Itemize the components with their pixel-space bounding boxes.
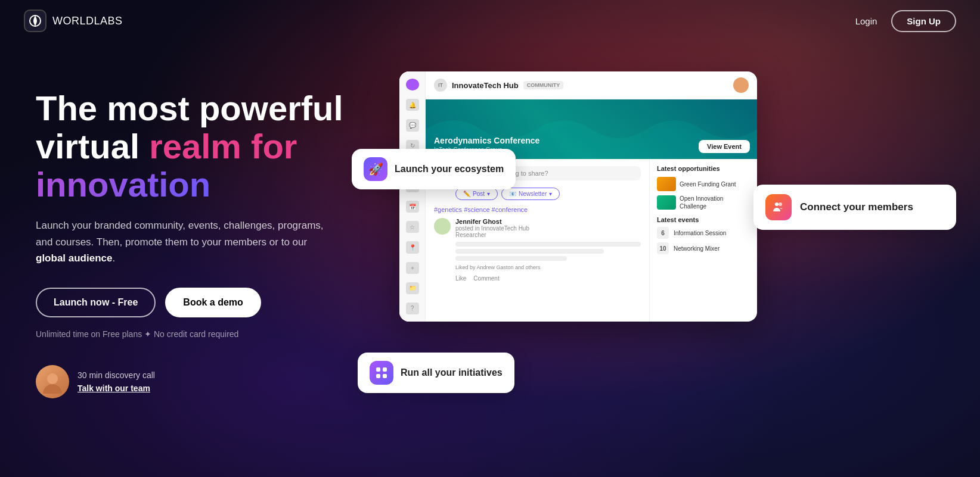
hero-cta-small: 30 min discovery call Talk with our team — [36, 365, 370, 398]
newsletter-button[interactable]: 📧 Newsletter ▾ — [501, 188, 560, 200]
badge-launch-label: Launch your ecosystem — [395, 164, 504, 174]
event-banner: Aerodynamics Conference InTech Conferenc… — [426, 99, 757, 159]
heading-accent-realm: realm — [149, 127, 251, 166]
opp-title: Latest opportunities — [657, 165, 750, 172]
logo-icon — [24, 10, 46, 32]
heading-line1: The most powerful — [36, 89, 343, 127]
sidebar-icon-star: ☆ — [406, 221, 419, 233]
feed-meta: posted in InnovateTech Hub — [455, 225, 641, 232]
liked-row: Liked by Andrew Gaston and others — [455, 264, 641, 270]
grid-icon — [370, 361, 393, 385]
app-card: 🔔 💬 ↻ ⊞ 🔍 📅 ☆ 📍 ＋ 📁 ? IT InnovateTech Hu… — [399, 71, 757, 322]
sidebar-icon-location: 📍 — [406, 241, 419, 253]
login-button[interactable]: Login — [855, 16, 877, 26]
hero-buttons: Launch now - Free Book a demo — [36, 288, 370, 317]
sidebar-icon-folder: 📁 — [406, 282, 419, 294]
cta-discovery-line: 30 min discovery call — [77, 369, 155, 382]
heading-accent-for: for — [251, 127, 297, 166]
cta-team-link[interactable]: Talk with our team — [77, 384, 150, 393]
sidebar-icon-plus: ＋ — [406, 262, 419, 274]
svg-point-1 — [43, 384, 62, 394]
event-item-1: 6 Information Session — [657, 227, 750, 239]
event-info: Aerodynamics Conference InTech Conferenc… — [434, 136, 539, 153]
main-content: The most powerful virtual realm for inno… — [0, 42, 980, 453]
rocket-icon: 🚀 — [364, 157, 387, 181]
hashtags: #genetics #science #conference — [434, 206, 641, 213]
svg-point-8 — [779, 202, 782, 206]
like-action[interactable]: Like — [455, 275, 466, 282]
feed-bar-3 — [455, 256, 567, 261]
sidebar-icon-calendar: 📅 — [406, 201, 419, 213]
feed-text-block: Jennifer Ghost posted in InnovateTech Hu… — [455, 218, 641, 282]
event-title: Aerodynamics Conference — [434, 136, 539, 145]
svg-rect-5 — [376, 374, 380, 378]
connect-icon — [765, 194, 792, 220]
hero-right: 🔔 💬 ↻ ⊞ 🔍 📅 ☆ 📍 ＋ 📁 ? IT InnovateTech Hu… — [387, 66, 944, 453]
feed-bar-1 — [455, 242, 641, 247]
heading-innovation: innovation — [36, 165, 210, 204]
feed-user-name: Jennifer Ghost — [455, 218, 641, 225]
svg-point-7 — [775, 202, 779, 206]
opp-thumb-1 — [657, 177, 676, 191]
opp-item-2: Open Innovation Challenge — [657, 195, 750, 210]
team-avatar — [36, 365, 69, 398]
app-main-area: IT InnovateTech Hub COMMUNITY Aerodynami… — [426, 71, 757, 322]
heading-line2-normal: virtual — [36, 127, 149, 166]
event-date-2: 10 — [657, 242, 669, 254]
event-subtitle: InTech Conference Group — [434, 146, 539, 153]
post-button[interactable]: ✏️ Post ▾ — [455, 188, 498, 200]
sidebar-icon-help: ? — [406, 303, 419, 314]
badge-initiatives: Run all your initiatives — [358, 353, 514, 393]
feed-item: Jennifer Ghost posted in InnovateTech Hu… — [434, 218, 641, 282]
event-name-2: Networking Mixer — [674, 245, 720, 252]
comment-action[interactable]: Comment — [473, 275, 499, 282]
event-name-1: Information Session — [674, 230, 726, 236]
hero-left: The most powerful virtual realm for inno… — [36, 66, 370, 398]
feed-role: Researcher — [455, 232, 641, 238]
app-user-avatar — [733, 77, 749, 93]
sidebar-icon-bell: 🔔 — [406, 99, 419, 111]
svg-rect-3 — [376, 367, 380, 372]
sidebar-icon-chat: 💬 — [406, 119, 419, 131]
header: WORLDLABS Login Sign Up — [0, 0, 980, 42]
badge-launch: 🚀 Launch your ecosystem — [352, 149, 516, 189]
demo-button[interactable]: Book a demo — [165, 288, 260, 317]
opp-name-2: Open Innovation Challenge — [680, 195, 750, 210]
svg-rect-6 — [383, 374, 387, 378]
hero-note: Unlimited time on Free plans ✦ No credit… — [36, 329, 370, 339]
sidebar-icon-home — [406, 79, 419, 91]
view-event-button[interactable]: View Event — [699, 140, 750, 153]
launch-button[interactable]: Launch now - Free — [36, 288, 156, 317]
logo-text: WORLDLABS — [52, 15, 123, 27]
svg-point-2 — [47, 373, 58, 384]
app-right-panel: Latest opportunities Green Funding Grant… — [650, 159, 757, 322]
post-actions: ✏️ Post ▾ 📧 Newsletter ▾ — [455, 188, 641, 200]
app-topbar: IT InnovateTech Hub COMMUNITY — [426, 71, 757, 99]
event-item-2: 10 Networking Mixer — [657, 242, 750, 254]
svg-rect-4 — [383, 367, 387, 372]
hero-heading: The most powerful virtual realm for inno… — [36, 89, 370, 203]
events-title: Latest events — [657, 216, 750, 223]
header-nav: Login Sign Up — [855, 10, 956, 32]
pen-icon: ✏️ — [463, 191, 470, 197]
feed-user-avatar — [434, 218, 451, 235]
hero-subtitle-bold: global audience — [36, 252, 112, 264]
feed-bars — [455, 242, 641, 261]
connect-card: Connect your members — [753, 185, 956, 230]
badge-initiatives-label: Run all your initiatives — [401, 367, 503, 378]
app-hub-name: InnovateTech Hub — [452, 81, 519, 90]
app-hub-logo: IT — [434, 79, 447, 92]
opp-thumb-2 — [657, 195, 676, 210]
opp-name-1: Green Funding Grant — [680, 180, 736, 188]
letter-icon: 📧 — [509, 191, 516, 197]
opp-item-1: Green Funding Grant — [657, 177, 750, 191]
app-sidebar: 🔔 💬 ↻ ⊞ 🔍 📅 ☆ 📍 ＋ 📁 ? — [399, 71, 426, 322]
feed-bar-2 — [455, 249, 604, 254]
event-date-1: 6 — [657, 227, 669, 239]
logo[interactable]: WORLDLABS — [24, 10, 123, 32]
app-hub-tag: COMMUNITY — [523, 81, 564, 89]
feed-footer: Like Comment — [455, 275, 641, 282]
hero-subtitle: Launch your branded community, events, c… — [36, 217, 334, 266]
signup-button[interactable]: Sign Up — [891, 10, 956, 32]
connect-label: Connect your members — [800, 201, 913, 213]
